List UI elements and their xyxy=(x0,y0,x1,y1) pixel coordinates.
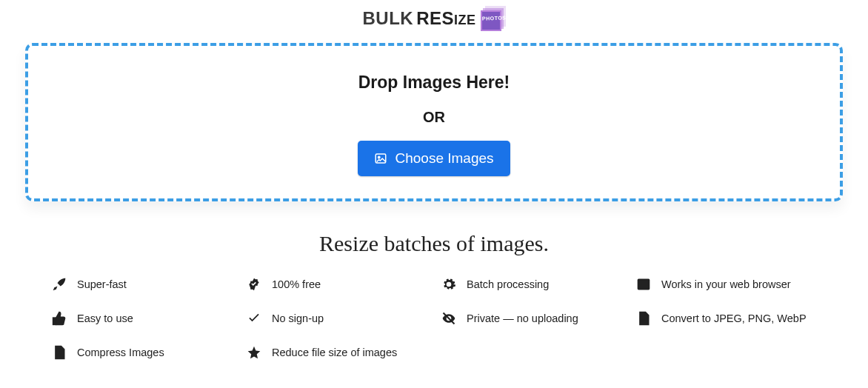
svg-point-1 xyxy=(378,156,380,158)
feature-item: 10 Convert to JPEG, PNG, WebP xyxy=(636,311,816,326)
dropzone-or: OR xyxy=(43,109,825,126)
image-icon xyxy=(374,152,387,165)
logo-word-bulk: BULK xyxy=(362,8,413,29)
feature-label: Works in your web browser xyxy=(661,278,791,290)
feature-item: Works in your web browser xyxy=(636,277,816,292)
feature-item: 100% free xyxy=(247,277,427,292)
logo: BULK RESIZE PHOTOS xyxy=(0,0,868,37)
svg-text:10: 10 xyxy=(641,318,646,323)
feature-item: Compress Images xyxy=(52,345,232,360)
file-type-icon: 10 xyxy=(636,311,651,326)
feature-item: Batch processing xyxy=(441,277,621,292)
rocket-icon xyxy=(52,277,67,292)
feature-label: Easy to use xyxy=(77,312,133,324)
feature-label: No sign-up xyxy=(272,312,324,324)
tagline: Resize batches of images. xyxy=(0,231,868,256)
svg-rect-2 xyxy=(638,279,650,289)
dropzone[interactable]: Drop Images Here! OR Choose Images xyxy=(25,43,843,201)
gear-icon xyxy=(441,277,456,292)
feature-grid: Super-fast 100% free Batch processing Wo… xyxy=(0,277,868,375)
feature-label: Compress Images xyxy=(77,347,164,358)
feature-label: Batch processing xyxy=(467,278,549,290)
svg-rect-5 xyxy=(53,318,56,324)
compress-icon xyxy=(52,345,67,360)
feature-item: No sign-up xyxy=(247,311,427,326)
feature-label: 100% free xyxy=(272,278,321,290)
browser-window-icon xyxy=(636,277,651,292)
feature-label: Reduce file size of images xyxy=(272,347,397,358)
feature-label: Super-fast xyxy=(77,278,127,290)
eye-off-icon xyxy=(441,311,456,326)
star-icon xyxy=(247,345,261,360)
photos-badge-icon: PHOTOS xyxy=(479,6,506,31)
feature-item: Easy to use xyxy=(52,311,232,326)
check-icon xyxy=(247,311,261,326)
feature-item: Reduce file size of images xyxy=(247,345,427,360)
feature-label: Private — no uploading xyxy=(467,312,578,324)
badge-check-icon xyxy=(247,277,261,292)
feature-item: Private — no uploading xyxy=(441,311,621,326)
thumbs-up-icon xyxy=(52,311,67,326)
feature-label: Convert to JPEG, PNG, WebP xyxy=(661,312,807,324)
dropzone-heading: Drop Images Here! xyxy=(43,73,825,93)
feature-item: Super-fast xyxy=(52,277,232,292)
logo-word-resize: RESIZE xyxy=(416,8,475,29)
choose-images-label: Choose Images xyxy=(395,150,493,167)
choose-images-button[interactable]: Choose Images xyxy=(358,141,510,176)
